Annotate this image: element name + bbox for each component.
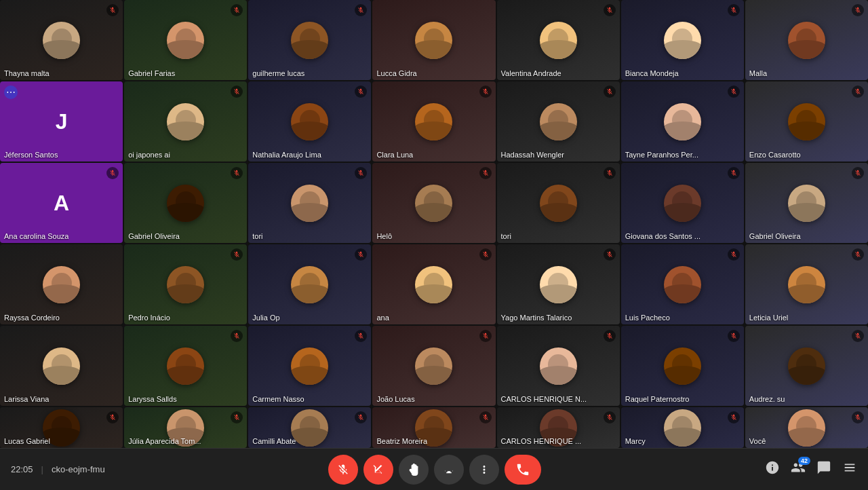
tile-label: Tayne Paranhos Per... <box>625 151 698 159</box>
more-options-button[interactable] <box>469 455 499 485</box>
video-tile-9: oi japones ai <box>124 81 247 162</box>
face-placeholder <box>745 81 868 162</box>
video-tile-34: Raquel Paternostro <box>621 326 744 406</box>
video-call-container: Thayna malta Gabriel Farias guilherme lu… <box>0 0 868 490</box>
mic-muted-icon <box>728 248 740 261</box>
face-placeholder <box>0 244 123 324</box>
face-placeholder <box>372 244 495 324</box>
face-placeholder <box>621 163 744 243</box>
tile-label: Nathalia Araujo Lima <box>252 151 321 159</box>
video-tile-35: Audrez. su <box>745 326 868 406</box>
video-tile-33: CARLOS HENRIQUE N... <box>497 326 620 406</box>
tile-label: tori <box>501 232 511 240</box>
tile-label: Julia Op <box>252 314 279 322</box>
people-icon-button[interactable]: 42 <box>791 460 806 478</box>
face-placeholder <box>621 244 744 324</box>
face-placeholder <box>248 244 371 324</box>
face-placeholder <box>0 0 123 80</box>
face-placeholder <box>745 0 868 80</box>
face-placeholder <box>745 326 868 406</box>
tile-label: Malla <box>749 69 767 77</box>
face-placeholder <box>248 163 371 243</box>
video-tile-28: Leticia Uriel <box>745 244 868 324</box>
video-tile-41: Marcy <box>621 407 744 448</box>
video-tile-16: Gabriel Oliveira <box>124 163 247 243</box>
mic-muted-icon <box>604 411 616 423</box>
tile-label: CARLOS HENRIQUE N... <box>501 395 587 403</box>
tile-label: Camilli Abate <box>252 437 296 445</box>
mute-mic-button[interactable] <box>328 455 358 485</box>
tile-label: Audrez. su <box>749 395 785 403</box>
tile-label: oi japones ai <box>128 151 170 159</box>
tile-label: Gabriel Farias <box>128 69 175 77</box>
activities-icon-button[interactable] <box>842 460 857 478</box>
mic-muted-icon <box>852 330 864 342</box>
mic-muted-icon <box>852 167 864 179</box>
face-placeholder <box>124 0 247 80</box>
video-tile-39: Beatriz Moreira <box>372 407 495 448</box>
end-call-button[interactable] <box>505 455 541 485</box>
tile-label: Bianca Mondeja <box>625 69 679 77</box>
info-icon-button[interactable] <box>765 460 780 478</box>
mic-muted-icon <box>604 86 616 98</box>
mic-muted-icon <box>852 411 864 423</box>
video-tile-29: Larissa Viana <box>0 326 123 406</box>
tile-menu-button[interactable]: ⋯ <box>4 86 18 99</box>
video-tile-32: João Lucas <box>372 326 495 406</box>
face-placeholder <box>497 0 620 80</box>
face-placeholder <box>0 326 123 406</box>
tile-label: Leticia Uriel <box>749 314 788 322</box>
mic-muted-icon <box>852 86 864 98</box>
tile-label: Raquel Paternostro <box>625 395 690 403</box>
video-tile-25: ana <box>372 244 495 324</box>
video-tile-7: Malla <box>745 0 868 80</box>
chat-icon-button[interactable] <box>816 460 831 478</box>
tile-label: Giovana dos Santos ... <box>625 232 701 240</box>
face-placeholder <box>248 81 371 162</box>
video-tile-30: Laryssa Sallds <box>124 326 247 406</box>
video-tile-36: Lucas Gabriel <box>0 407 123 448</box>
mic-muted-icon <box>604 167 616 179</box>
video-tile-6: Bianca Mondeja <box>621 0 744 80</box>
face-placeholder <box>497 163 620 243</box>
mic-muted-icon <box>728 167 740 179</box>
mic-muted-icon <box>479 86 492 98</box>
face-placeholder <box>372 163 495 243</box>
tile-label: ana <box>376 314 389 322</box>
mic-muted-icon <box>728 4 740 16</box>
mic-muted-icon <box>604 248 616 261</box>
mic-muted-icon <box>479 167 492 179</box>
tile-label: Laryssa Sallds <box>128 395 177 403</box>
mic-muted-icon <box>479 411 492 423</box>
stop-video-button[interactable] <box>363 455 393 485</box>
tile-label: Gabriel Oliveira <box>749 232 801 240</box>
raise-hand-button[interactable] <box>399 455 429 485</box>
tile-label: Clara Luna <box>376 151 413 159</box>
tile-label: Rayssa Cordeiro <box>4 314 60 322</box>
video-tile-11: Clara Luna <box>372 81 495 162</box>
video-tile-5: Valentina Andrade <box>497 0 620 80</box>
meeting-code: cko-eojm-fmu <box>52 464 105 474</box>
face-placeholder <box>248 0 371 80</box>
video-tile-8: J⋯Jéferson Santos <box>0 81 123 162</box>
tile-label: Marcy <box>625 437 646 445</box>
video-tile-14: Enzo Casarotto <box>745 81 868 162</box>
controls <box>328 455 541 485</box>
video-grid: Thayna malta Gabriel Farias guilherme lu… <box>0 0 868 448</box>
face-placeholder <box>497 244 620 324</box>
tile-label: guilherme lucas <box>252 69 304 77</box>
video-tile-3: guilherme lucas <box>248 0 371 80</box>
video-tile-24: Julia Op <box>248 244 371 324</box>
video-tile-12: Hadassah Wengler <box>497 81 620 162</box>
present-button[interactable] <box>434 455 464 485</box>
tile-label: João Lucas <box>376 395 414 403</box>
tile-label: Beatriz Moreira <box>376 437 427 445</box>
tile-label: Júlia Aparecida Tom... <box>128 437 201 445</box>
avatar-placeholder: A <box>0 163 123 243</box>
mic-muted-icon <box>852 248 864 261</box>
bottom-bar: 22:05 | cko-eojm-fmu <box>0 448 868 490</box>
video-tile-37: Júlia Aparecida Tom... <box>124 407 247 448</box>
tile-label: Lucas Gabriel <box>4 437 50 445</box>
tile-label: Yago Martins Talarico <box>501 314 572 322</box>
video-tile-38: Camilli Abate <box>248 407 371 448</box>
